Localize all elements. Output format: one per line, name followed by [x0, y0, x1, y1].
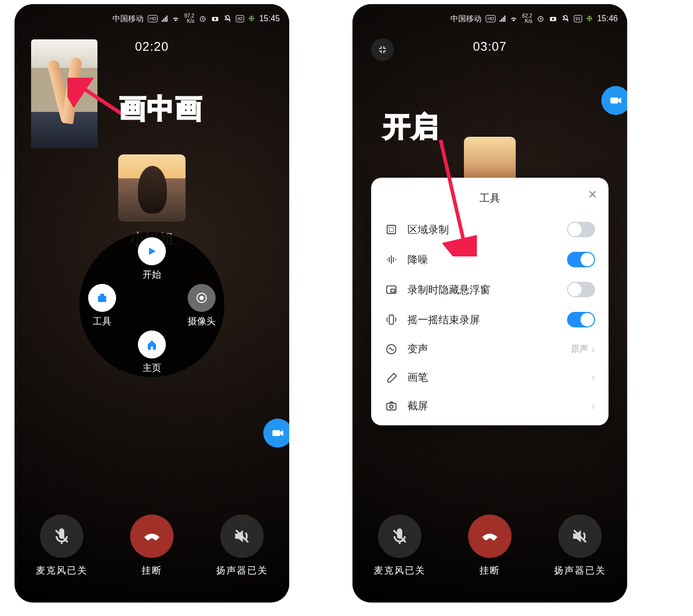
hangup-button[interactable]: 挂断: [130, 514, 174, 577]
status-bar: 中国移动 HD 62.2K/s 91 ❉ 15:46: [352, 10, 627, 27]
row-screenshot[interactable]: 截屏 ›: [385, 392, 595, 420]
row-hide-float[interactable]: 录制时隐藏悬浮窗: [385, 275, 595, 305]
status-bar: 中国移动 HD 97.2K/s 92 ❉ 15:45: [15, 10, 289, 27]
mic-button[interactable]: 麦克风已关: [374, 514, 426, 577]
radial-menu: 开始 工具 摄像头 主页: [79, 232, 224, 377]
mic-button[interactable]: 麦克风已关: [36, 514, 88, 577]
sound-wave-icon: [385, 253, 398, 266]
signal-icon: [162, 16, 167, 22]
svg-rect-19: [387, 403, 396, 410]
camera-icon: [385, 399, 398, 413]
panel-title: 工具: [385, 191, 595, 205]
svg-point-6: [200, 296, 204, 300]
bell-off-icon: [561, 15, 570, 23]
clock-label: 15:45: [259, 14, 280, 23]
net-speed: 62.2K/s: [522, 13, 532, 24]
fullscreen-exit-button[interactable]: [371, 38, 394, 61]
svg-point-11: [552, 18, 554, 20]
row-voice-change[interactable]: 变声 原声 ›: [385, 335, 595, 363]
shake-icon: [385, 313, 398, 326]
svg-rect-7: [273, 430, 280, 436]
carrier-label: 中国移动: [450, 14, 482, 24]
avatar-image: [118, 154, 186, 222]
hide-toggle[interactable]: [567, 282, 595, 297]
hangup-label: 挂断: [130, 564, 174, 577]
phone-left: 中国移动 HD 97.2K/s 92 ❉ 15:45 02:20 小姐姐 开始: [15, 4, 289, 603]
carrier-label: 中国移动: [112, 14, 144, 24]
signal-icon: [500, 16, 505, 22]
svg-point-20: [390, 405, 393, 408]
speaker-label: 扬声器已关: [554, 564, 606, 577]
svg-rect-13: [387, 225, 395, 234]
noise-toggle[interactable]: [567, 252, 595, 267]
record-bubble[interactable]: [263, 419, 289, 448]
speaker-button[interactable]: 扬声器已关: [554, 514, 606, 577]
phone-right: 中国移动 HD 62.2K/s 91 ❉ 15:46 03:07 工具 ✕ 区域: [352, 4, 627, 603]
crop-icon: [385, 223, 398, 236]
leaf-icon: ❉: [248, 14, 255, 23]
call-bar: 麦克风已关 挂断 扬声器已关: [352, 514, 627, 577]
wifi-icon: [172, 15, 180, 23]
chevron-right-icon: ›: [591, 371, 595, 383]
wifi-icon: [510, 15, 518, 23]
mic-label: 麦克风已关: [374, 564, 426, 577]
screen-right: 中国移动 HD 62.2K/s 91 ❉ 15:46 03:07 工具 ✕ 区域: [352, 4, 627, 603]
hd-badge: HD: [486, 15, 496, 22]
row-noise-reduce[interactable]: 降噪: [385, 245, 595, 275]
call-bar: 麦克风已关 挂断 扬声器已关: [15, 514, 289, 577]
camera-icon: [549, 15, 557, 23]
camera-icon: [211, 15, 219, 23]
avatar-image: [464, 137, 516, 178]
row-shake-stop[interactable]: 摇一摇结束录屏: [385, 305, 595, 335]
chevron-right-icon: ›: [591, 343, 595, 355]
hangup-button[interactable]: 挂断: [468, 514, 512, 577]
svg-rect-14: [389, 227, 393, 232]
wheel-start[interactable]: 开始: [131, 237, 173, 281]
shake-toggle[interactable]: [567, 312, 595, 327]
alarm-icon: [199, 15, 207, 23]
alarm-icon: [536, 15, 545, 23]
speaker-button[interactable]: 扬声器已关: [216, 514, 268, 577]
window-icon: [385, 283, 398, 296]
hangup-label: 挂断: [468, 564, 512, 577]
speaker-label: 扬声器已关: [216, 564, 268, 577]
tools-panel: 工具 ✕ 区域录制 降噪 录制时隐藏悬浮窗 摇一摇结束录屏: [371, 178, 609, 425]
clock-label: 15:46: [597, 14, 618, 23]
svg-rect-12: [611, 97, 618, 104]
close-button[interactable]: ✕: [588, 188, 597, 202]
hd-badge: HD: [148, 15, 158, 22]
chevron-right-icon: ›: [591, 400, 595, 412]
net-speed: 97.2K/s: [184, 13, 194, 24]
wheel-tools[interactable]: 工具: [81, 284, 123, 327]
bell-off-icon: [223, 15, 232, 23]
wheel-home[interactable]: 主页: [131, 331, 173, 374]
wheel-camera[interactable]: 摄像头: [181, 284, 222, 327]
leaf-icon: ❉: [586, 14, 593, 23]
screen-left: 中国移动 HD 97.2K/s 92 ❉ 15:45 02:20 小姐姐 开始: [15, 4, 289, 603]
svg-rect-16: [391, 289, 394, 292]
row-region-record[interactable]: 区域录制: [385, 214, 595, 245]
pip-preview[interactable]: [31, 39, 97, 148]
row-brush[interactable]: 画笔 ›: [385, 363, 595, 392]
record-bubble[interactable]: [601, 86, 627, 115]
voice-value: 原声: [571, 343, 588, 355]
region-toggle[interactable]: [567, 222, 595, 237]
brush-icon: [385, 371, 398, 384]
voice-icon: [385, 342, 398, 356]
svg-rect-17: [389, 315, 393, 324]
svg-rect-4: [100, 294, 104, 296]
battery-badge: 91: [574, 15, 582, 22]
svg-rect-3: [98, 296, 106, 302]
battery-badge: 92: [236, 15, 244, 22]
mic-label: 麦克风已关: [36, 564, 88, 577]
svg-point-2: [214, 18, 216, 20]
